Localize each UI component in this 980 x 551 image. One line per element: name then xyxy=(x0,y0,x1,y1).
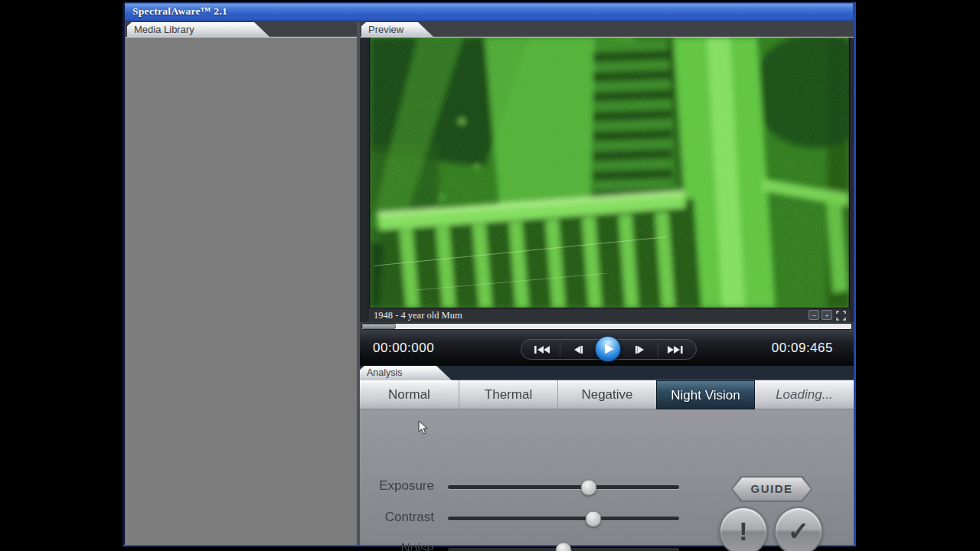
step-forward-button[interactable] xyxy=(635,344,647,355)
app-title: SpectralAware™ 2.1 xyxy=(132,5,227,18)
stage: SpectralAware™ 2.1 Media Library ✓ ✓ xyxy=(0,0,980,551)
guide-button-outline: GUIDE xyxy=(731,476,812,502)
contrast-label: Contrast xyxy=(360,510,434,525)
exposure-label: Exposure xyxy=(360,478,434,494)
tab-analysis[interactable]: Analysis xyxy=(360,366,452,380)
noise-slider[interactable] xyxy=(448,548,679,551)
exclamation-icon: ! xyxy=(739,517,747,546)
zoom-out-button[interactable]: − xyxy=(808,310,819,320)
preview-panel: 1948 - 4 year old Mum − + 00 xyxy=(360,37,854,545)
mode-thermal[interactable]: Thermal xyxy=(459,380,557,409)
confirm-button[interactable]: ✓ xyxy=(774,507,823,551)
total-time: 00:09:465 xyxy=(772,341,833,356)
analysis-panel: Exposure Contrast Noise GUIDE ! ✓ xyxy=(360,409,854,545)
minus-icon: − xyxy=(812,311,816,320)
timeline-track[interactable] xyxy=(361,323,852,330)
exposure-slider[interactable] xyxy=(448,485,679,489)
analysis-mode-bar: Normal Thermal Negative Night Vision Loa… xyxy=(360,380,854,409)
preview-tabstrip xyxy=(360,22,854,37)
contrast-slider-thumb[interactable] xyxy=(586,510,602,527)
exposure-slider-thumb[interactable] xyxy=(581,479,597,495)
divider xyxy=(658,342,658,357)
current-time: 00:00:000 xyxy=(373,341,434,356)
video-frame[interactable] xyxy=(369,37,850,308)
play-button[interactable] xyxy=(595,336,621,362)
night-vision-image xyxy=(370,37,849,308)
divider xyxy=(560,342,560,357)
plus-icon: + xyxy=(825,311,829,320)
noise-slider-thumb[interactable] xyxy=(556,542,572,551)
skip-start-button[interactable] xyxy=(534,344,550,355)
mode-loading: Loading... xyxy=(755,380,854,409)
step-back-button[interactable] xyxy=(571,344,583,355)
timeline-zone xyxy=(360,322,854,331)
zoom-in-button[interactable]: + xyxy=(822,310,832,320)
caption-bar: 1948 - 4 year old Mum − + xyxy=(369,308,850,322)
transport-bar: 00:00:000 00:09:465 xyxy=(360,331,854,366)
fit-to-window-icon xyxy=(836,311,846,321)
fit-to-window-button[interactable] xyxy=(835,310,846,320)
mode-night-vision[interactable]: Night Vision xyxy=(656,380,755,409)
noise-label: Noise xyxy=(360,541,434,551)
skip-end-button[interactable] xyxy=(667,344,684,355)
titlebar[interactable]: SpectralAware™ 2.1 xyxy=(125,2,853,21)
checkmark-icon: ✓ xyxy=(788,517,810,546)
timeline-thumb[interactable] xyxy=(362,324,396,329)
alert-button[interactable]: ! xyxy=(719,507,768,551)
tab-media-library[interactable]: Media Library xyxy=(127,22,270,37)
media-library-panel xyxy=(126,37,357,545)
play-icon xyxy=(596,337,620,361)
video-caption: 1948 - 4 year old Mum xyxy=(369,310,462,321)
contrast-slider[interactable] xyxy=(448,517,679,520)
mode-negative[interactable]: Negative xyxy=(557,380,656,409)
mode-normal[interactable]: Normal xyxy=(360,380,459,409)
mouse-cursor xyxy=(418,420,429,435)
guide-button[interactable]: GUIDE xyxy=(733,478,811,500)
